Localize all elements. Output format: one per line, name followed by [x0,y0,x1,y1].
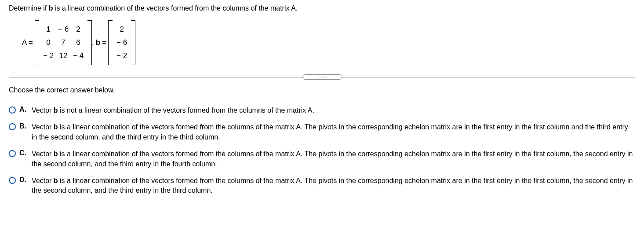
bracket-right-icon [87,20,92,65]
matrix-cell: − 2 [41,51,56,60]
matrix-cell: − 6 [56,25,71,34]
radio-icon [9,123,16,130]
option-text: Vector b is a linear combination of the … [32,176,635,196]
options-group: A. Vector b is not a linear combination … [9,106,635,196]
bracket-left-icon [108,20,113,65]
matrix-cell: − 2 [114,51,129,60]
label-b-var: b [96,38,100,47]
option-letter: C. [19,149,32,157]
matrix-cell: − 4 [71,51,86,60]
matrix-cell: 2 [114,25,129,34]
option-c[interactable]: C. Vector b is a linear combination of t… [9,149,635,169]
option-d[interactable]: D. Vector b is a linear combination of t… [9,176,635,196]
option-letter: A. [19,106,32,114]
option-letter: B. [19,122,32,130]
matrix-cell: 0 [41,38,56,47]
answer-prompt: Choose the correct answer below. [9,86,635,94]
matrix-cell: 1 [41,25,56,34]
question-pre: Determine if [9,4,49,12]
matrix-cell: 7 [56,38,71,47]
vector-b: 2 − 6 − 2 [108,20,135,65]
option-text: Vector b is a linear combination of the … [32,122,635,142]
matrix-equation: A = 1 − 6 2 0 7 6 − 2 12 − 4 , b = 2 [22,20,635,65]
matrix-cell: 12 [56,51,71,60]
question-post: is a linear combination of the vectors f… [53,4,298,12]
label-b-eq: = [102,38,106,47]
label-A: A = [22,38,33,47]
option-text: Vector b is not a linear combination of … [32,106,635,115]
divider-handle[interactable] [302,74,342,80]
radio-icon [9,177,16,184]
option-letter: D. [19,176,32,184]
matrix-cell: − 6 [114,38,129,47]
option-text: Vector b is a linear combination of the … [32,149,635,169]
bracket-right-icon [131,20,135,65]
option-a[interactable]: A. Vector b is not a linear combination … [9,106,635,115]
comma: , [92,38,94,47]
question-text: Determine if b is a linear combination o… [9,4,635,12]
section-divider [9,74,635,80]
matrix-cell: 2 [71,25,86,34]
bracket-left-icon [35,20,39,65]
radio-icon [9,150,16,157]
radio-icon [9,106,16,114]
matrix-cell: 6 [71,38,86,47]
option-b[interactable]: B. Vector b is a linear combination of t… [9,122,635,142]
matrix-A: 1 − 6 2 0 7 6 − 2 12 − 4 [35,20,92,65]
